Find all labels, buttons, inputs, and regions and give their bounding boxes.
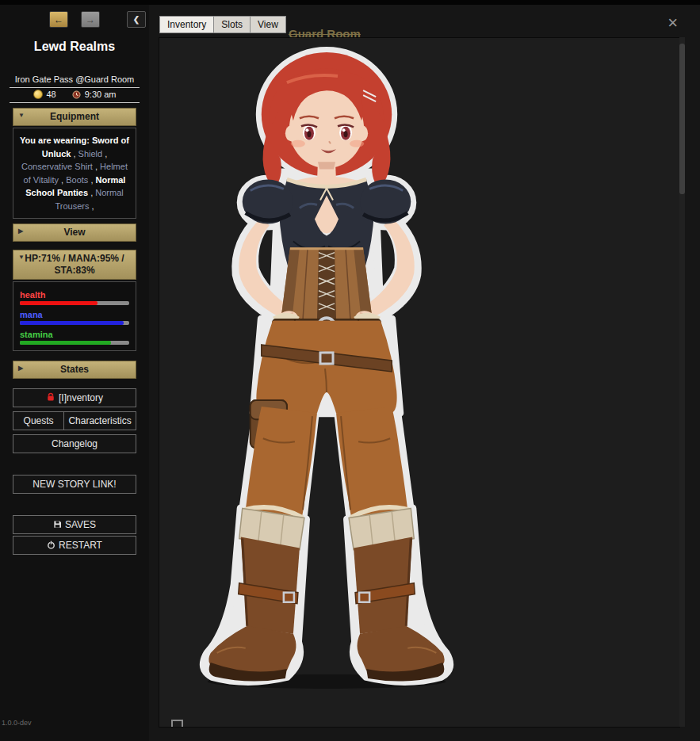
forward-button[interactable]: → <box>81 11 100 28</box>
collapse-sidebar-button[interactable]: ❮ <box>127 11 146 28</box>
stats-header-label: HP:71% / MANA:95% / STA:83% <box>25 253 124 276</box>
caret-right-icon: ▶ <box>18 365 23 372</box>
caret-down-icon: ▼ <box>18 112 25 120</box>
page-root: ← → ❮ Lewd Realms Iron Gate Pass @Guard … <box>0 0 700 741</box>
quests-chars-row: Quests Characteristics <box>13 411 136 430</box>
gold-amount: 48 <box>47 90 56 99</box>
history-nav: ← → ❮ <box>0 11 149 32</box>
changelog-button[interactable]: Changelog <box>13 434 136 453</box>
caret-down-icon: ▼ <box>18 254 25 262</box>
view-header-label: View <box>63 227 85 238</box>
back-button[interactable]: ← <box>49 11 68 28</box>
states-header-label: States <box>60 364 89 375</box>
version-label: 1.0.0-dev <box>2 719 32 727</box>
restart-button-label: RESTART <box>59 540 102 551</box>
close-icon[interactable]: × <box>667 14 678 32</box>
tab-slots[interactable]: Slots <box>213 16 250 33</box>
scrollbar-track[interactable] <box>679 37 685 727</box>
sidebar: ← → ❮ Lewd Realms Iron Gate Pass @Guard … <box>0 5 150 741</box>
new-story-link-label: NEW STORY LINK! <box>33 479 116 490</box>
new-story-link-button[interactable]: NEW STORY LINK! <box>13 475 136 494</box>
tab-inventory[interactable]: Inventory <box>159 16 213 33</box>
floppy-icon <box>53 520 62 529</box>
location-label: Iron Gate Pass @Guard Room <box>10 74 140 88</box>
main-area: Guard Room Inventory Slots View × <box>149 5 700 741</box>
scrollbar-thumb[interactable] <box>679 44 685 194</box>
chevron-left-icon: ❮ <box>133 15 140 24</box>
coin-icon <box>33 90 43 99</box>
saves-button[interactable]: SAVES <box>13 515 136 534</box>
modal-tabs: Inventory Slots View <box>159 16 286 33</box>
states-header[interactable]: ▶ States <box>13 361 136 379</box>
inventory-button[interactable]: [I]nventory <box>13 388 136 407</box>
equipment-item[interactable]: Boots <box>66 175 88 185</box>
arrow-left-icon: ← <box>54 14 63 25</box>
character-image-panel <box>159 37 680 728</box>
stats-header[interactable]: ▼ HP:71% / MANA:95% / STA:83% <box>13 250 136 280</box>
backpack-icon <box>46 392 55 402</box>
equipment-header[interactable]: ▼ Equipment <box>13 108 136 126</box>
stat-bar: health <box>20 290 129 305</box>
equipment-item[interactable]: Conservative Shirt <box>21 162 93 171</box>
clock-icon <box>72 90 81 99</box>
arrow-right-icon: → <box>86 14 95 25</box>
character-portrait <box>164 41 489 693</box>
quests-button-label: Quests <box>24 415 54 426</box>
equipment-header-label: Equipment <box>50 111 99 122</box>
changelog-button-label: Changelog <box>52 438 98 449</box>
game-title: Lewd Realms <box>0 40 149 54</box>
saves-button-label: SAVES <box>65 519 96 530</box>
inventory-button-label: [I]nventory <box>59 392 103 403</box>
characteristics-button-label: Characteristics <box>68 415 131 426</box>
quests-button[interactable]: Quests <box>13 411 64 430</box>
stat-bar: mana <box>20 310 129 325</box>
status-row: 48 9:30 am <box>10 90 140 103</box>
equipment-prefix: You are wearing: <box>20 136 90 145</box>
equipment-items[interactable]: Sword of Unluck , Shield , Conservative … <box>21 136 129 211</box>
equipment-item[interactable]: Shield <box>78 149 103 159</box>
tab-view[interactable]: View <box>250 16 286 33</box>
restart-button[interactable]: RESTART <box>13 536 136 555</box>
view-header[interactable]: ▶ View <box>13 223 136 242</box>
power-icon <box>47 540 55 549</box>
checkbox-icon[interactable] <box>171 720 183 728</box>
caret-right-icon: ▶ <box>18 227 23 235</box>
stat-bar: stamina <box>20 330 129 345</box>
time-label: 9:30 am <box>85 90 117 99</box>
characteristics-button[interactable]: Characteristics <box>64 411 136 430</box>
equipment-body: You are wearing: Sword of Unluck , Shiel… <box>13 128 136 219</box>
stats-body: health mana stamina <box>13 281 136 351</box>
